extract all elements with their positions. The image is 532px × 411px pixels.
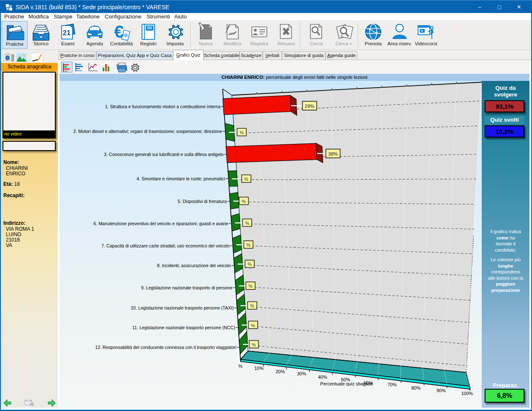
svg-text:%: %: [242, 199, 246, 204]
svg-text:%: %: [246, 242, 251, 247]
svg-text:12. Responsabilità del conduce: 12. Responsabilità del conducente connes…: [95, 345, 236, 350]
svg-text:1. Struttura e funzionamento m: 1. Struttura e funzionamento motori a co…: [105, 104, 221, 109]
svg-text:38%: 38%: [328, 151, 338, 156]
svg-text:%: %: [252, 342, 256, 347]
svg-text:%: %: [238, 364, 243, 369]
svg-text:10%: 10%: [254, 366, 263, 371]
svg-text:4. Smontare e rimontare le ruo: 4. Smontare e rimontare le ruote; pneuma…: [137, 176, 225, 181]
svg-text:11. Legislazione nazionale tra: 11. Legislazione nazionale trasporto per…: [132, 325, 235, 330]
svg-text:40%: 40%: [318, 375, 327, 380]
svg-text:80%: 80%: [411, 385, 421, 390]
svg-text:21: 21: [63, 29, 71, 37]
svg-text:70%: 70%: [387, 382, 397, 387]
svg-text:3. Conoscenze generali sui lub: 3. Conoscenze generali sui lubrificanti …: [104, 152, 224, 157]
svg-text:90%: 90%: [436, 388, 446, 393]
svg-text:29%: 29%: [305, 104, 314, 109]
svg-text:100%: 100%: [461, 391, 473, 396]
svg-text:2. Motori diesel e alternativi: 2. Motori diesel e alternativi; organi d…: [73, 129, 222, 134]
svg-text:10. Legislazione nazionale tra: 10. Legislazione nazionale trasporto per…: [131, 305, 234, 310]
svg-text:€: €: [114, 22, 124, 42]
svg-text:%: %: [244, 177, 248, 182]
svg-text:6. Manutenzione preventiva del: 6. Manutenzione preventiva del veicolo e…: [93, 221, 228, 226]
svg-text:5. Dispositivi di frenatura: 5. Dispositivi di frenatura: [178, 199, 227, 204]
svg-text:9. Legislazione nazionale tras: 9. Legislazione nazionale trasporto di p…: [141, 285, 232, 290]
svg-text:%: %: [250, 303, 254, 308]
svg-text:7. Capacità di utilizzare cart: 7. Capacità di utilizzare carte stradali…: [101, 243, 230, 248]
svg-text:Percentuale quiz sbagliati: Percentuale quiz sbagliati: [320, 381, 372, 386]
svg-text:%: %: [251, 323, 255, 328]
svg-text:%: %: [248, 284, 253, 289]
svg-text:%: %: [248, 262, 252, 267]
svg-text:%: %: [240, 130, 244, 135]
svg-text:8. Incidenti; assicurazione de: 8. Incidenti; assicurazione del veicolo: [157, 263, 231, 268]
svg-text:%: %: [245, 221, 249, 226]
svg-text:20%: 20%: [276, 369, 285, 374]
svg-text:30%: 30%: [297, 371, 306, 376]
